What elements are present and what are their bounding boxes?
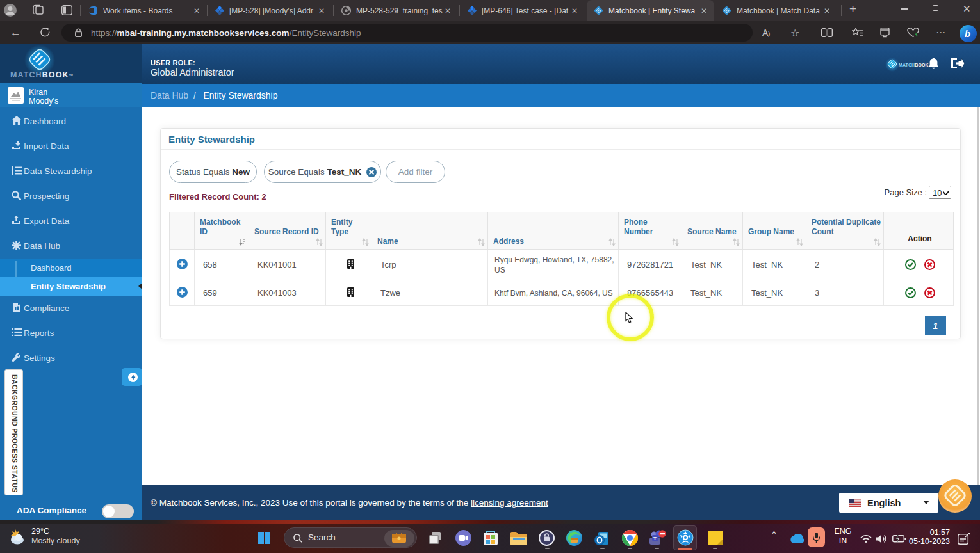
svg-text:T: T [653, 536, 657, 541]
svg-text:MATCHBOOK™: MATCHBOOK™ [899, 63, 931, 67]
svg-text:b: b [965, 28, 970, 39]
svg-text:MATCHBOOK™: MATCHBOOK™ [10, 70, 74, 79]
